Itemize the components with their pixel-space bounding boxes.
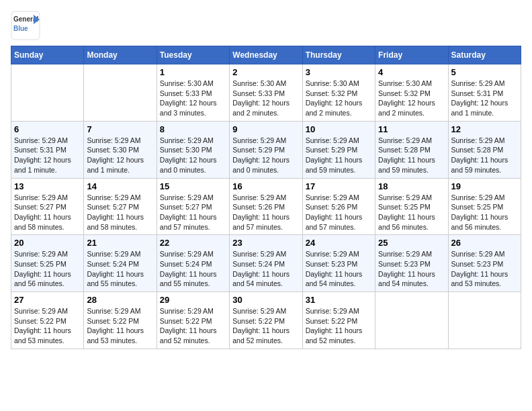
header-cell-friday: Friday [375,46,448,64]
day-cell: 5Sunrise: 5:29 AM Sunset: 5:31 PM Daylig… [448,64,521,122]
day-info: Sunrise: 5:29 AM Sunset: 5:22 PM Dayligh… [232,306,299,346]
day-cell [375,292,448,349]
day-cell: 25Sunrise: 5:29 AM Sunset: 5:23 PM Dayli… [375,235,448,292]
day-info: Sunrise: 5:29 AM Sunset: 5:27 PM Dayligh… [87,193,153,232]
week-row-5: 27Sunrise: 5:29 AM Sunset: 5:22 PM Dayli… [11,292,521,349]
day-number: 20 [14,238,81,248]
day-info: Sunrise: 5:30 AM Sunset: 5:32 PM Dayligh… [306,79,372,118]
day-info: Sunrise: 5:29 AM Sunset: 5:22 PM Dayligh… [14,306,81,346]
day-number: 17 [306,181,372,191]
day-number: 31 [306,295,372,305]
day-info: Sunrise: 5:29 AM Sunset: 5:27 PM Dayligh… [160,193,226,232]
calendar-table: SundayMondayTuesdayWednesdayThursdayFrid… [11,46,521,349]
day-number: 26 [451,238,518,248]
day-cell: 8Sunrise: 5:29 AM Sunset: 5:30 PM Daylig… [157,121,229,178]
day-cell [11,64,84,122]
day-cell: 15Sunrise: 5:29 AM Sunset: 5:27 PM Dayli… [157,178,229,235]
day-number: 29 [160,295,226,305]
day-info: Sunrise: 5:29 AM Sunset: 5:22 PM Dayligh… [306,306,372,346]
day-number: 12 [451,124,518,134]
week-row-3: 13Sunrise: 5:29 AM Sunset: 5:27 PM Dayli… [11,178,521,235]
day-cell: 29Sunrise: 5:29 AM Sunset: 5:22 PM Dayli… [157,292,229,349]
header-cell-monday: Monday [84,46,157,64]
day-info: Sunrise: 5:29 AM Sunset: 5:30 PM Dayligh… [160,136,226,175]
header-row: SundayMondayTuesdayWednesdayThursdayFrid… [11,46,521,64]
day-number: 24 [306,238,372,248]
header-cell-tuesday: Tuesday [157,46,229,64]
header-cell-thursday: Thursday [302,46,375,64]
day-cell: 27Sunrise: 5:29 AM Sunset: 5:22 PM Dayli… [11,292,84,349]
day-number: 19 [451,181,518,191]
day-cell: 26Sunrise: 5:29 AM Sunset: 5:23 PM Dayli… [448,235,521,292]
day-number: 27 [14,295,81,305]
calendar-header: SundayMondayTuesdayWednesdayThursdayFrid… [11,46,521,64]
day-cell: 21Sunrise: 5:29 AM Sunset: 5:24 PM Dayli… [84,235,157,292]
day-cell: 31Sunrise: 5:29 AM Sunset: 5:22 PM Dayli… [302,292,375,349]
day-number: 28 [87,295,153,305]
day-info: Sunrise: 5:29 AM Sunset: 5:31 PM Dayligh… [451,79,518,118]
day-number: 25 [378,238,445,248]
day-cell: 3Sunrise: 5:30 AM Sunset: 5:32 PM Daylig… [302,64,375,122]
page-header: General Blue [11,11,521,40]
day-info: Sunrise: 5:29 AM Sunset: 5:31 PM Dayligh… [14,136,81,175]
day-cell [84,64,157,122]
day-number: 8 [160,124,226,134]
day-cell: 20Sunrise: 5:29 AM Sunset: 5:25 PM Dayli… [11,235,84,292]
day-number: 14 [87,181,153,191]
day-info: Sunrise: 5:29 AM Sunset: 5:23 PM Dayligh… [306,249,372,289]
logo-svg: General Blue [11,11,40,40]
day-number: 30 [232,295,299,305]
day-info: Sunrise: 5:29 AM Sunset: 5:28 PM Dayligh… [451,136,518,175]
day-number: 22 [160,238,226,248]
day-cell: 28Sunrise: 5:29 AM Sunset: 5:22 PM Dayli… [84,292,157,349]
week-row-2: 6Sunrise: 5:29 AM Sunset: 5:31 PM Daylig… [11,121,521,178]
day-info: Sunrise: 5:29 AM Sunset: 5:29 PM Dayligh… [232,136,299,175]
day-cell: 19Sunrise: 5:29 AM Sunset: 5:25 PM Dayli… [448,178,521,235]
week-row-4: 20Sunrise: 5:29 AM Sunset: 5:25 PM Dayli… [11,235,521,292]
day-number: 13 [14,181,81,191]
day-info: Sunrise: 5:29 AM Sunset: 5:26 PM Dayligh… [306,193,372,232]
header-cell-saturday: Saturday [448,46,521,64]
day-info: Sunrise: 5:30 AM Sunset: 5:33 PM Dayligh… [160,79,226,118]
day-number: 16 [232,181,299,191]
day-cell: 10Sunrise: 5:29 AM Sunset: 5:29 PM Dayli… [302,121,375,178]
day-cell: 17Sunrise: 5:29 AM Sunset: 5:26 PM Dayli… [302,178,375,235]
day-cell: 24Sunrise: 5:29 AM Sunset: 5:23 PM Dayli… [302,235,375,292]
day-number: 1 [160,67,226,77]
day-cell: 12Sunrise: 5:29 AM Sunset: 5:28 PM Dayli… [448,121,521,178]
day-number: 2 [232,67,299,77]
day-number: 3 [306,67,372,77]
day-number: 23 [232,238,299,248]
week-row-1: 1Sunrise: 5:30 AM Sunset: 5:33 PM Daylig… [11,64,521,122]
day-info: Sunrise: 5:29 AM Sunset: 5:24 PM Dayligh… [87,249,153,289]
day-number: 21 [87,238,153,248]
day-number: 7 [87,124,153,134]
day-cell: 23Sunrise: 5:29 AM Sunset: 5:24 PM Dayli… [230,235,302,292]
day-info: Sunrise: 5:29 AM Sunset: 5:23 PM Dayligh… [451,249,518,289]
day-cell: 7Sunrise: 5:29 AM Sunset: 5:30 PM Daylig… [84,121,157,178]
day-info: Sunrise: 5:29 AM Sunset: 5:25 PM Dayligh… [378,193,445,232]
day-cell [448,292,521,349]
day-info: Sunrise: 5:29 AM Sunset: 5:22 PM Dayligh… [87,306,153,346]
day-info: Sunrise: 5:29 AM Sunset: 5:25 PM Dayligh… [14,249,81,289]
day-info: Sunrise: 5:29 AM Sunset: 5:22 PM Dayligh… [160,306,226,346]
day-cell: 14Sunrise: 5:29 AM Sunset: 5:27 PM Dayli… [84,178,157,235]
svg-text:Blue: Blue [13,25,28,32]
day-cell: 18Sunrise: 5:29 AM Sunset: 5:25 PM Dayli… [375,178,448,235]
day-info: Sunrise: 5:29 AM Sunset: 5:29 PM Dayligh… [306,136,372,175]
day-cell: 1Sunrise: 5:30 AM Sunset: 5:33 PM Daylig… [157,64,229,122]
day-cell: 2Sunrise: 5:30 AM Sunset: 5:33 PM Daylig… [230,64,302,122]
day-cell: 13Sunrise: 5:29 AM Sunset: 5:27 PM Dayli… [11,178,84,235]
day-number: 4 [378,67,445,77]
day-number: 10 [306,124,372,134]
day-number: 9 [232,124,299,134]
day-number: 11 [378,124,445,134]
day-cell: 9Sunrise: 5:29 AM Sunset: 5:29 PM Daylig… [230,121,302,178]
day-number: 18 [378,181,445,191]
day-cell: 16Sunrise: 5:29 AM Sunset: 5:26 PM Dayli… [230,178,302,235]
day-info: Sunrise: 5:29 AM Sunset: 5:26 PM Dayligh… [232,193,299,232]
day-info: Sunrise: 5:30 AM Sunset: 5:32 PM Dayligh… [378,79,445,118]
day-info: Sunrise: 5:29 AM Sunset: 5:27 PM Dayligh… [14,193,81,232]
logo: General Blue [11,11,40,40]
header-cell-wednesday: Wednesday [230,46,302,64]
